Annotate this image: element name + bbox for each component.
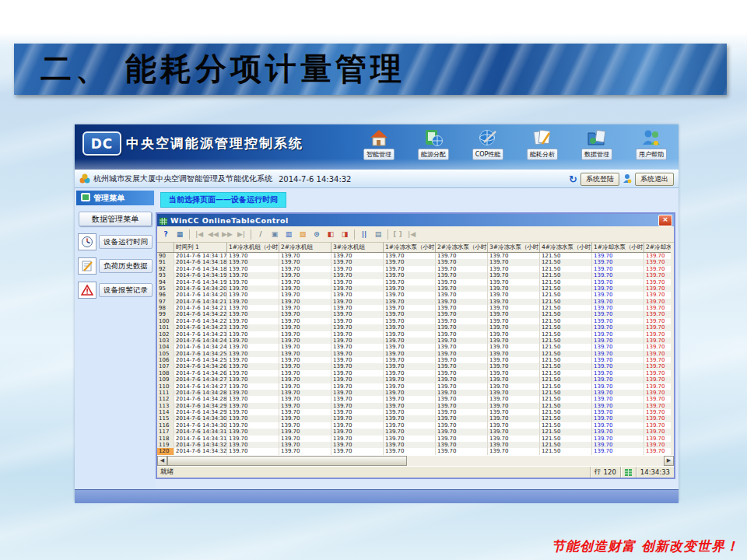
table-row[interactable]: 922014-7-6 14:34:18139.70139.70139.70139…	[157, 266, 671, 272]
table-cell: 121.50	[540, 253, 592, 259]
table-row[interactable]: 972014-7-6 14:34:21139.70139.70139.70139…	[157, 299, 671, 305]
table-cell: 139.70	[488, 376, 540, 383]
nav-user-help[interactable]: 用户帮助	[629, 128, 674, 160]
table-cell: 139.70	[384, 259, 436, 265]
user-icon	[622, 173, 632, 185]
table-cell: 139.70	[279, 292, 331, 298]
fast-backward-icon[interactable]: ◀◀	[207, 229, 219, 240]
table-cell: 139.70	[592, 376, 644, 383]
first-record-icon[interactable]: |◀	[193, 229, 205, 240]
configure-icon[interactable]: ▦	[174, 229, 186, 240]
table-row[interactable]: 902014-7-6 14:34:17139.70139.70139.70139…	[157, 253, 671, 259]
select-range-icon[interactable]: [ ]	[391, 229, 404, 240]
table-cell: 139.70	[279, 351, 331, 357]
table-cell: 139.70	[384, 285, 436, 292]
table-cell: 139.70	[488, 259, 540, 265]
table-row[interactable]: 962014-7-6 14:34:20139.70139.70139.70139…	[157, 292, 671, 298]
table-cell: 139.70	[644, 272, 671, 278]
table-row[interactable]: 1142014-7-6 14:34:29139.70139.70139.7013…	[157, 409, 671, 415]
export-left-icon[interactable]: ◧	[324, 229, 337, 240]
last-record-icon[interactable]: ▶|	[235, 229, 247, 240]
scroll-right-button[interactable]: ▶	[664, 456, 674, 466]
nav-energy-allocation[interactable]: 能源分配	[411, 128, 456, 160]
print-icon[interactable]: ▤	[372, 229, 384, 240]
table-row[interactable]: 1072014-7-6 14:34:26139.70139.70139.7013…	[157, 363, 671, 369]
table-row[interactable]: 1012014-7-6 14:34:23139.70139.70139.7013…	[157, 324, 671, 331]
statistics-icon[interactable]: ▧	[296, 229, 309, 240]
copy-icon[interactable]: ▣	[268, 229, 281, 240]
table-row[interactable]: 912014-7-6 14:34:18139.70139.70139.70139…	[157, 259, 671, 265]
table-cell: 139.70	[331, 357, 384, 363]
table-row[interactable]: 932014-7-6 14:34:19139.70139.70139.70139…	[157, 272, 671, 278]
table-row[interactable]: 1022014-7-6 14:34:23139.70139.70139.7013…	[157, 331, 671, 338]
table-cell: 121.50	[540, 266, 592, 272]
table-cell: 139.70	[488, 338, 540, 344]
table-cell: 139.70	[488, 285, 540, 292]
table-cell: 139.70	[227, 429, 279, 435]
sidebar-item-runtime[interactable]: 设备运行时间	[78, 233, 153, 250]
table-cell: 139.70	[488, 383, 540, 390]
table-row[interactable]: 1092014-7-6 14:34:27139.70139.70139.7013…	[157, 376, 671, 383]
table-cell: 139.70	[384, 311, 436, 317]
table-row[interactable]: 1172014-7-6 14:34:31139.70139.70139.7013…	[157, 429, 671, 435]
table-cell: 139.70	[436, 292, 488, 298]
sidebar-item-alarm-log[interactable]: 设备报警记录	[78, 282, 153, 299]
table-row[interactable]: 1202014-7-6 14:34:32139.70139.70139.7013…	[157, 448, 671, 454]
go-end-icon[interactable]: |◀	[405, 229, 418, 240]
nav-cop-performance[interactable]: COP性能	[465, 128, 510, 160]
help-icon[interactable]: ?	[160, 229, 172, 240]
nav-label: 能耗分析	[527, 149, 558, 160]
table-row[interactable]: 1192014-7-6 14:34:32139.70139.70139.7013…	[157, 442, 671, 448]
nav-data-management[interactable]: 数据管理	[574, 128, 619, 160]
table-row[interactable]: 1112014-7-6 14:34:28139.70139.70139.7013…	[157, 390, 671, 396]
logout-button[interactable]: 系统退出	[635, 173, 674, 186]
table-row[interactable]: 1122014-7-6 14:34:28139.70139.70139.7013…	[157, 396, 671, 402]
sidebar-header-label: 管理菜单	[93, 193, 124, 204]
table-cell: 139.70	[592, 390, 644, 396]
table-row[interactable]: 1152014-7-6 14:34:30139.70139.70139.7013…	[157, 415, 671, 422]
table-row[interactable]: 1062014-7-6 14:34:25139.70139.70139.7013…	[157, 357, 671, 363]
login-button[interactable]: 系统登陆	[580, 173, 619, 186]
nav-energy-analysis[interactable]: 能耗分析	[520, 128, 565, 160]
table-cell: 139.70	[384, 422, 436, 429]
table-row[interactable]: 1082014-7-6 14:34:26139.70139.70139.7013…	[157, 370, 671, 376]
table-cell: 139.70	[644, 363, 671, 369]
table-cell: 139.70	[384, 403, 436, 409]
table-cell: 139.70	[279, 376, 331, 383]
table-row[interactable]: 1162014-7-6 14:34:30139.70139.70139.7013…	[157, 422, 671, 429]
export-right-icon[interactable]: ◨	[338, 229, 351, 240]
table-row[interactable]: 942014-7-6 14:34:19139.70139.70139.70139…	[157, 279, 671, 285]
table-row[interactable]: 952014-7-6 14:34:20139.70139.70139.70139…	[157, 285, 671, 292]
table-cell: 139.70	[644, 331, 671, 338]
scrollbar-track[interactable]	[407, 456, 664, 466]
fast-forward-icon[interactable]: ▶▶	[221, 229, 233, 240]
table-row[interactable]: 1182014-7-6 14:34:31139.70139.70139.7013…	[157, 436, 671, 442]
sidebar-item-load-history[interactable]: 负荷历史数据	[78, 257, 153, 275]
scroll-left-button[interactable]: ◀	[157, 456, 167, 466]
table-row[interactable]: 982014-7-6 14:34:21139.70139.70139.70139…	[157, 305, 671, 311]
table-cell: 139.70	[384, 383, 436, 390]
wincc-titlebar: WinCC OnlineTableControl ×	[157, 214, 674, 226]
table-cell: 139.70	[488, 436, 540, 442]
pause-icon[interactable]: ||	[358, 229, 370, 240]
timebase-clock-icon[interactable]: ⊙	[310, 229, 323, 240]
nav-smart-management[interactable]: 智能管理	[356, 128, 402, 160]
table-cell: 139.70	[227, 383, 279, 390]
table-row[interactable]: 992014-7-6 14:34:22139.70139.70139.70139…	[157, 311, 671, 317]
sidebar-menu-button[interactable]: 数据管理菜单	[79, 212, 152, 226]
table-row[interactable]: 1032014-7-6 14:34:24139.70139.70139.7013…	[157, 338, 671, 344]
column-select-icon[interactable]: ▥	[282, 229, 295, 240]
table-row[interactable]: 1102014-7-6 14:34:27139.70139.70139.7013…	[157, 383, 671, 390]
table-cell: 139.70	[331, 409, 384, 415]
table-row[interactable]: 1002014-7-6 14:34:22139.70139.70139.7013…	[157, 318, 671, 324]
table-row[interactable]: 1052014-7-6 14:34:25139.70139.70139.7013…	[157, 351, 671, 357]
table-cell: 121.50	[540, 305, 592, 311]
scrollbar-thumb[interactable]	[167, 456, 407, 466]
table-cell: 139.70	[644, 305, 671, 311]
table-row[interactable]: 1132014-7-6 14:34:29139.70139.70139.7013…	[157, 403, 671, 409]
table-cell: 139.70	[488, 415, 540, 422]
close-icon[interactable]: ×	[658, 215, 672, 226]
table-cell: 121.50	[540, 299, 592, 305]
edit-pen-icon[interactable]: /	[254, 229, 267, 240]
table-row[interactable]: 1042014-7-6 14:34:24139.70139.70139.7013…	[157, 344, 671, 350]
